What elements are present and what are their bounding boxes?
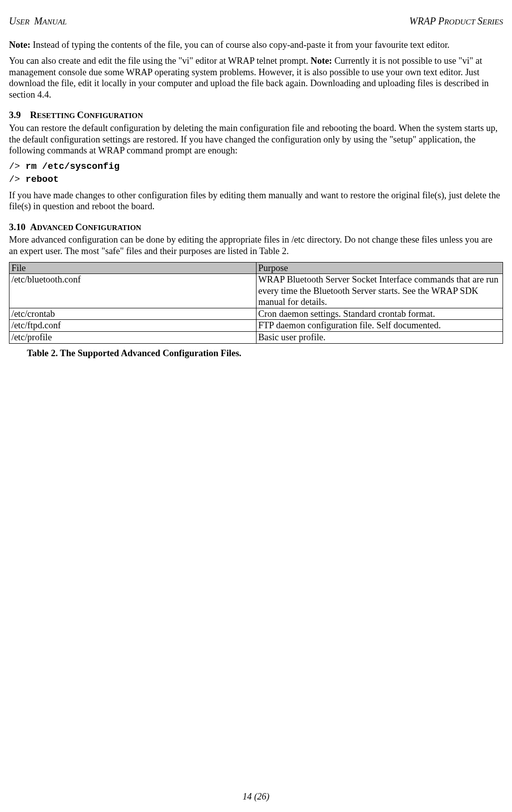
note-label: Note: <box>311 56 332 66</box>
section-title: ADVANCED CONFIGURATION <box>30 222 141 232</box>
reset-paragraph-2: If you have made changes to other config… <box>9 190 503 212</box>
prompt: /> <box>9 161 25 172</box>
header-left: USER MANUAL <box>9 15 67 27</box>
note-label: Note: <box>9 40 30 50</box>
table-row: /etc/ftpd.conf FTP daemon configuration … <box>9 320 503 332</box>
section-number: 3.10 <box>9 222 25 232</box>
note-text: Instead of typing the contents of the fi… <box>30 40 450 50</box>
prompt: /> <box>9 174 25 185</box>
table-row: /etc/bluetooth.conf WRAP Bluetooth Serve… <box>9 274 503 308</box>
section-title: RESETTING CONFIGURATION <box>30 110 143 120</box>
table-header-row: File Purpose <box>9 262 503 274</box>
header-right: WRAP PRODUCT SERIES <box>409 15 503 27</box>
config-files-table: File Purpose /etc/bluetooth.conf WRAP Bl… <box>9 262 503 344</box>
table-header-purpose: Purpose <box>256 262 503 274</box>
purpose-cell: Basic user profile. <box>256 331 503 343</box>
file-cell: /etc/ftpd.conf <box>9 320 256 332</box>
table-header-file: File <box>9 262 256 274</box>
purpose-cell: Cron daemon settings. Standard crontab f… <box>256 308 503 320</box>
section-number: 3.9 <box>9 110 21 120</box>
command-text: rm /etc/sysconfig <box>25 161 120 172</box>
advanced-paragraph: More advanced configuration can be done … <box>9 234 503 257</box>
table-row: /etc/profile Basic user profile. <box>9 331 503 343</box>
page-header: USER MANUAL WRAP PRODUCT SERIES <box>9 15 503 27</box>
section-3-9-heading: 3.9 RESETTING CONFIGURATION <box>9 109 503 121</box>
note-paragraph-1: Note: Instead of typing the contents of … <box>9 39 503 51</box>
file-cell: /etc/profile <box>9 331 256 343</box>
purpose-cell: WRAP Bluetooth Server Socket Interface c… <box>256 274 503 308</box>
reset-paragraph: You can restore the default configuratio… <box>9 123 503 156</box>
command-line-2: /> reboot <box>9 174 503 186</box>
command-line-1: /> rm /etc/sysconfig <box>9 161 503 173</box>
section-3-10-heading: 3.10 ADVANCED CONFIGURATION <box>9 221 503 233</box>
file-cell: /etc/crontab <box>9 308 256 320</box>
table-caption: Table 2. The Supported Advanced Configur… <box>27 348 503 359</box>
file-cell: /etc/bluetooth.conf <box>9 274 256 308</box>
table-row: /etc/crontab Cron daemon settings. Stand… <box>9 308 503 320</box>
body-text: You can also create and edit the file us… <box>9 56 311 66</box>
command-text: reboot <box>25 174 59 185</box>
vi-editor-paragraph: You can also create and edit the file us… <box>9 55 503 100</box>
purpose-cell: FTP daemon configuration file. Self docu… <box>256 320 503 332</box>
